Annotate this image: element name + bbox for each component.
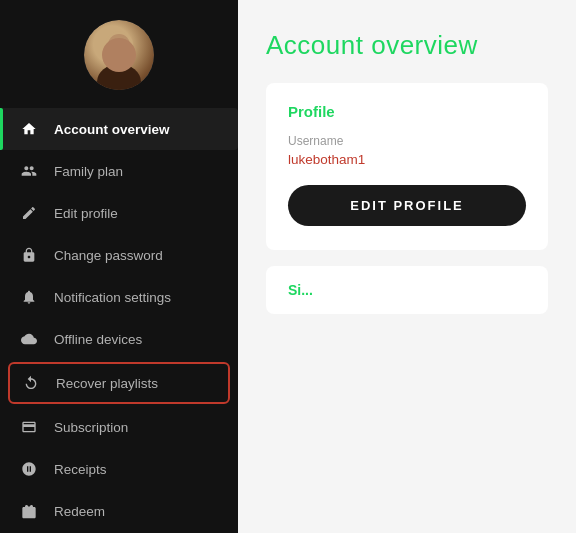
lock-icon	[18, 244, 40, 266]
sidebar-item-subscription[interactable]: Subscription	[0, 406, 238, 448]
svg-point-2	[108, 34, 130, 56]
username-value: lukebotham1	[288, 152, 526, 167]
sidebar-item-label: Receipts	[54, 462, 107, 477]
avatar-image	[84, 20, 154, 90]
edit-profile-button[interactable]: EDIT PROFILE	[288, 185, 526, 226]
sidebar-item-family-plan[interactable]: Family plan	[0, 150, 238, 192]
home-icon	[18, 118, 40, 140]
sidebar-item-notification-settings[interactable]: Notification settings	[0, 276, 238, 318]
sidebar-item-label: Recover playlists	[56, 376, 158, 391]
redeem-icon	[18, 500, 40, 522]
sidebar-item-label: Subscription	[54, 420, 128, 435]
page-title: Account overview	[266, 30, 548, 61]
subscription-icon	[18, 416, 40, 438]
sidebar-item-label: Change password	[54, 248, 163, 263]
family-icon	[18, 160, 40, 182]
sidebar: Account overview Family plan Edit profil…	[0, 0, 238, 533]
section-below-title: Si...	[288, 282, 526, 298]
sidebar-item-label: Notification settings	[54, 290, 171, 305]
profile-card: Profile Username lukebotham1 EDIT PROFIL…	[266, 83, 548, 250]
avatar	[84, 20, 154, 90]
sidebar-item-receipts[interactable]: Receipts	[0, 448, 238, 490]
username-label: Username	[288, 134, 526, 148]
sidebar-item-label: Redeem	[54, 504, 105, 519]
sidebar-item-account-overview[interactable]: Account overview	[0, 108, 238, 150]
sidebar-item-label: Account overview	[54, 122, 170, 137]
section-below: Si...	[266, 266, 548, 314]
edit-icon	[18, 202, 40, 224]
svg-point-1	[97, 64, 141, 90]
sidebar-item-label: Family plan	[54, 164, 123, 179]
sidebar-item-offline-devices[interactable]: Offline devices	[0, 318, 238, 360]
profile-section-title: Profile	[288, 103, 526, 120]
sidebar-item-label: Offline devices	[54, 332, 142, 347]
recover-icon	[20, 372, 42, 394]
nav-list: Account overview Family plan Edit profil…	[0, 108, 238, 532]
offline-icon	[18, 328, 40, 350]
sidebar-item-recover-playlists[interactable]: Recover playlists	[8, 362, 230, 404]
bell-icon	[18, 286, 40, 308]
sidebar-item-redeem[interactable]: Redeem	[0, 490, 238, 532]
sidebar-item-edit-profile[interactable]: Edit profile	[0, 192, 238, 234]
receipts-icon	[18, 458, 40, 480]
main-content: Account overview Profile Username lukebo…	[238, 0, 576, 533]
sidebar-item-label: Edit profile	[54, 206, 118, 221]
sidebar-item-change-password[interactable]: Change password	[0, 234, 238, 276]
